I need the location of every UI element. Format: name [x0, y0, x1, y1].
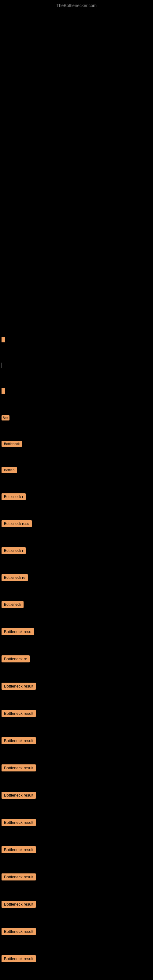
list-item: Bottleneck result: [2, 899, 153, 909]
list-item: [2, 387, 153, 396]
list-item: Bottleneck result: [2, 845, 153, 854]
items-section: Bott Bottleneck Bottlen Bottleneck r Bot…: [0, 332, 153, 980]
list-item: Bottleneck result: [2, 927, 153, 936]
list-item: Bottlen: [2, 466, 153, 474]
list-item: Bottleneck re: [2, 654, 153, 663]
list-item: [2, 336, 153, 345]
list-item: Bottleneck r: [2, 546, 153, 555]
list-item: [2, 363, 153, 369]
list-item: Bottleneck result: [2, 818, 153, 827]
list-item: Bottleneck resu: [2, 627, 153, 636]
list-item: Bottleneck resu: [2, 519, 153, 528]
main-chart-area: [0, 11, 153, 332]
list-item: Bottleneck r: [2, 492, 153, 501]
list-item: Bottleneck result: [2, 681, 153, 691]
list-item: Bottleneck result: [2, 872, 153, 882]
list-item: Bottleneck re: [2, 573, 153, 582]
list-item: Bottleneck result: [2, 954, 153, 964]
list-item: Bottleneck: [2, 600, 153, 609]
list-item: Bottleneck result: [2, 736, 153, 745]
site-title: TheBottlenecker.com: [0, 0, 153, 11]
list-item: Bottleneck result: [2, 763, 153, 773]
list-item: Bott: [2, 414, 153, 422]
list-item: Bottleneck result: [2, 709, 153, 718]
list-item: Bottleneck: [2, 439, 153, 448]
list-item: Bottleneck result: [2, 791, 153, 800]
